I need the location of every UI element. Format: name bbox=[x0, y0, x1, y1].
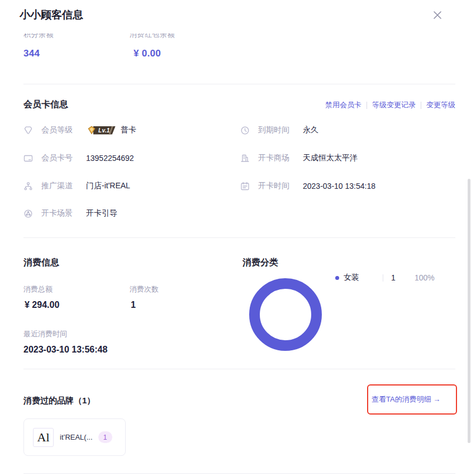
recent-spend-label: 最近消费时间 bbox=[23, 329, 67, 339]
consumption-section-title: 消费信息 bbox=[23, 257, 59, 269]
red-packet-balance-value: ¥ 0.00 bbox=[134, 48, 161, 59]
field-label: 会员等级 bbox=[41, 125, 73, 135]
legend-percent: 100% bbox=[415, 273, 435, 282]
card-scene-row: 开卡场景 开卡引导 bbox=[23, 207, 117, 220]
brands-section-title: 消费过的品牌（1） bbox=[23, 396, 95, 406]
spend-count-label: 消费次数 bbox=[130, 284, 159, 294]
view-detail-annotation-box: 查看TA的消费明细 → bbox=[367, 384, 457, 415]
points-balance-value: 344 bbox=[23, 48, 40, 59]
card-open-time-row: 开卡时间 2023-03-10 13:54:18 bbox=[240, 180, 375, 192]
action-separator bbox=[367, 102, 367, 109]
legend-dot bbox=[335, 276, 339, 280]
close-icon[interactable] bbox=[431, 9, 444, 21]
card-icon bbox=[23, 154, 33, 163]
membership-section-title: 会员卡信息 bbox=[23, 99, 68, 111]
field-value: 永久 bbox=[303, 125, 318, 135]
network-icon bbox=[23, 182, 33, 191]
recent-spend-value: 2023-03-10 13:56:48 bbox=[23, 345, 107, 355]
scrollbar[interactable] bbox=[468, 179, 470, 443]
divider bbox=[23, 237, 455, 238]
field-value: 天成恒太太平洋 bbox=[303, 153, 358, 163]
card-mall-row: 开卡商场 天成恒太太平洋 bbox=[240, 152, 358, 164]
calendar-icon bbox=[240, 182, 250, 191]
disable-card-link[interactable]: 禁用会员卡 bbox=[325, 100, 361, 110]
field-label: 开卡商场 bbox=[258, 153, 289, 163]
membership-actions: 禁用会员卡 等级变更记录 变更等级 bbox=[325, 100, 455, 110]
clock-icon bbox=[240, 126, 250, 135]
red-packet-balance-label: 消费红包余额 bbox=[130, 34, 175, 41]
expiry-time-row: 到期时间 永久 bbox=[240, 124, 318, 136]
brand-logo: Al bbox=[33, 428, 54, 447]
building-icon bbox=[240, 154, 250, 163]
brand-card[interactable]: Al it’REAL(... 1 bbox=[23, 418, 126, 456]
member-level-row: 会员等级 Lv.1 普卡 bbox=[23, 124, 136, 136]
field-label: 到期时间 bbox=[258, 125, 289, 135]
category-legend: 女装 1 100% bbox=[335, 273, 435, 283]
field-value: Lv.1 普卡 bbox=[86, 125, 136, 135]
divider bbox=[23, 369, 455, 369]
field-value: 门店-it'REAL bbox=[86, 181, 130, 191]
field-label: 会员卡号 bbox=[41, 153, 73, 163]
change-level-link[interactable]: 变更等级 bbox=[426, 100, 455, 110]
total-spend-label: 消费总额 bbox=[23, 284, 53, 294]
field-value: 2023-03-10 13:54:18 bbox=[303, 182, 375, 191]
promo-channel-row: 推广渠道 门店-it'REAL bbox=[23, 180, 130, 192]
field-label: 开卡场景 bbox=[41, 208, 73, 218]
gold-gem-icon bbox=[86, 125, 97, 135]
divider bbox=[23, 473, 455, 474]
legend-separator bbox=[383, 274, 383, 282]
category-donut-chart[interactable] bbox=[249, 278, 322, 351]
scene-icon bbox=[23, 209, 33, 218]
field-value: 开卡引导 bbox=[86, 208, 117, 218]
page-title: 小小顾客信息 bbox=[20, 8, 83, 22]
action-separator bbox=[421, 102, 421, 109]
gem-icon bbox=[23, 126, 33, 135]
brand-count-badge: 1 bbox=[98, 431, 112, 443]
level-history-link[interactable]: 等级变更记录 bbox=[372, 100, 416, 110]
legend-label: 女装 bbox=[344, 273, 383, 283]
view-consumption-detail-link[interactable]: 查看TA的消费明细 → bbox=[368, 394, 440, 404]
points-balance-label: 积分余额 bbox=[23, 34, 54, 41]
total-spend-value: ¥ 294.00 bbox=[25, 300, 59, 310]
category-section-title: 消费分类 bbox=[242, 257, 278, 269]
divider bbox=[23, 84, 455, 84]
card-number-row: 会员卡号 13952254692 bbox=[23, 152, 134, 164]
level-badge: Lv.1 bbox=[86, 125, 116, 135]
field-label: 开卡时间 bbox=[258, 181, 289, 191]
spend-count-value: 1 bbox=[131, 300, 136, 310]
customer-info-modal: 小小顾客信息 积分余额 消费红包余额 344 ¥ 0.00 会员卡信息 禁用会员… bbox=[0, 0, 471, 476]
field-value: 13952254692 bbox=[86, 154, 134, 163]
brand-name: it’REAL(... bbox=[60, 433, 93, 441]
legend-count: 1 bbox=[391, 273, 415, 282]
field-label: 推广渠道 bbox=[41, 181, 73, 191]
